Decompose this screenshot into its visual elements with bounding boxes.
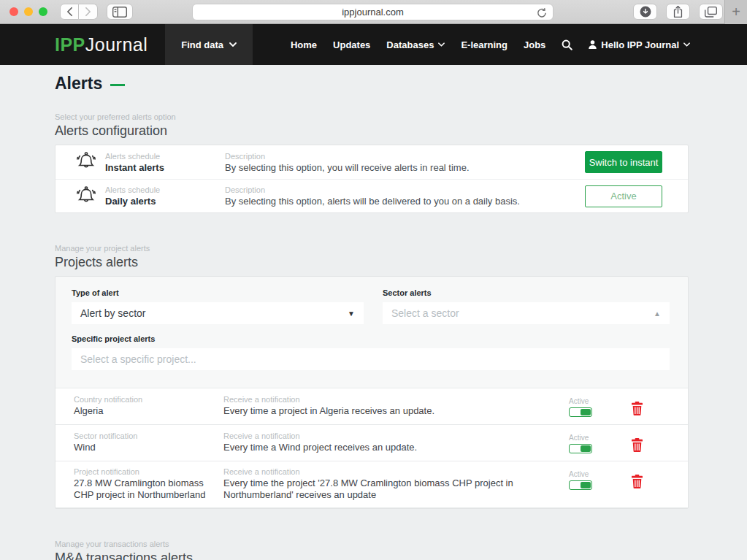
config-row-daily: Alerts schedule Daily alerts Description… <box>55 179 688 212</box>
receive-text: Every time a project in Algeria receives… <box>223 405 562 417</box>
schedule-label: Alerts schedule <box>105 152 225 161</box>
zoom-window-button[interactable] <box>39 7 47 16</box>
schedule-pair: Alerts schedule Daily alerts <box>105 185 225 207</box>
status-toggle-wrap: Active <box>569 394 620 417</box>
user-menu[interactable]: Hello IPP Journal <box>589 39 690 50</box>
active-toggle[interactable] <box>569 444 592 453</box>
window-controls <box>9 7 47 16</box>
delete-notification-button[interactable] <box>632 438 643 454</box>
receive-text: Every time a Wind project receives an up… <box>223 442 562 453</box>
type-of-alert-label: Type of alert <box>72 288 364 297</box>
status-label: Active <box>569 434 620 442</box>
site-logo[interactable]: IPPJournal <box>55 34 148 55</box>
bell-icon <box>74 149 105 175</box>
active-status-button[interactable]: Active <box>585 185 662 207</box>
receive-text: Every time the project '27.8 MW Cramling… <box>223 477 562 502</box>
description-text: By selecting this option, alerts will be… <box>225 196 585 207</box>
url-text: ippjournal.com <box>342 7 404 18</box>
specific-project-input[interactable] <box>72 348 670 370</box>
description-pair: Description By selecting this option, al… <box>225 185 585 207</box>
description-text: By selecting this option, you will recei… <box>225 162 585 173</box>
kind-value: Algeria <box>74 405 223 417</box>
schedule-name: Instant alerts <box>105 162 225 173</box>
toggle-knob <box>581 482 591 488</box>
nav-elearning-label: E-learning <box>461 39 507 50</box>
transactions-heading: M&A transactions alerts <box>55 551 689 560</box>
status-label: Active <box>569 397 620 405</box>
page-title-text: Alerts <box>55 74 102 93</box>
kind-value: 27.8 MW Cramlington biomass CHP project … <box>74 477 223 502</box>
reload-button[interactable] <box>537 7 547 21</box>
minimize-window-button[interactable] <box>24 7 33 16</box>
nav-updates-label: Updates <box>333 39 370 50</box>
notification-kind: Sector notification Wind <box>74 431 223 453</box>
config-eyebrow: Select your preferred alerts option <box>55 112 689 121</box>
forward-icon <box>85 7 91 17</box>
find-data-label: Find data <box>181 39 223 50</box>
description-label: Description <box>225 152 585 161</box>
notification-kind: Project notification 27.8 MW Cramlington… <box>74 467 223 502</box>
action-col: Active <box>585 185 688 207</box>
trash-icon <box>632 475 643 488</box>
notification-text: Receive a notification Every time a proj… <box>223 395 569 417</box>
logo-ipp: IPP <box>55 34 85 55</box>
nav-item-home[interactable]: Home <box>291 39 317 50</box>
delete-col <box>620 394 688 418</box>
title-dash <box>110 84 125 86</box>
download-icon <box>638 4 653 19</box>
description-label: Description <box>225 185 585 194</box>
nav-search-button[interactable] <box>562 39 572 50</box>
downloads-button[interactable] <box>633 4 657 20</box>
toggle-knob <box>581 445 591 452</box>
delete-col <box>620 431 688 455</box>
status-toggle-wrap: Active <box>569 431 620 453</box>
site-navbar: IPPJournal Find data Home Updates Databa… <box>0 24 747 65</box>
schedule-name: Daily alerts <box>105 196 225 207</box>
type-of-alert-select[interactable]: Alert by sector ▼ <box>72 302 364 324</box>
user-icon <box>589 40 597 49</box>
nav-home-label: Home <box>291 39 317 50</box>
back-icon <box>66 7 73 17</box>
config-row-instant: Alerts schedule Instant alerts Descripti… <box>55 145 688 179</box>
projects-form: Type of alert Alert by sector ▼ Sector a… <box>55 277 688 385</box>
switch-to-instant-button[interactable]: Switch to instant <box>585 151 662 173</box>
browser-toolbar: ippjournal.com + <box>0 0 747 24</box>
specific-project-label: Specific project alerts <box>72 334 670 343</box>
sidebar-toggle-button[interactable] <box>107 4 133 20</box>
tabs-icon <box>705 7 717 18</box>
sector-alerts-label: Sector alerts <box>383 288 670 297</box>
tab-overview-button[interactable] <box>699 4 723 20</box>
trash-icon <box>632 402 643 415</box>
receive-label: Receive a notification <box>223 395 562 404</box>
active-toggle[interactable] <box>569 407 592 417</box>
nav-item-databases[interactable]: Databases <box>386 39 445 50</box>
nav-item-elearning[interactable]: E-learning <box>461 39 507 50</box>
new-tab-button[interactable]: + <box>724 0 747 24</box>
plus-icon: + <box>732 4 740 20</box>
delete-notification-button[interactable] <box>632 475 643 491</box>
close-window-button[interactable] <box>9 7 18 16</box>
share-button[interactable] <box>666 4 690 20</box>
schedule-pair: Alerts schedule Instant alerts <box>105 152 225 173</box>
user-greeting: Hello IPP Journal <box>601 39 679 50</box>
search-icon <box>562 39 572 50</box>
sector-alerts-select[interactable]: Select a sector ▲ <box>383 302 670 324</box>
nav-item-jobs[interactable]: Jobs <box>524 39 545 50</box>
toggle-knob <box>581 409 591 415</box>
action-col: Switch to instant <box>585 151 688 173</box>
find-data-menu[interactable]: Find data <box>165 24 253 65</box>
alerts-config-card: Alerts schedule Instant alerts Descripti… <box>55 145 689 213</box>
address-bar[interactable]: ippjournal.com <box>192 4 553 20</box>
sidebar-icon <box>112 7 127 18</box>
nav-databases-label: Databases <box>386 39 434 50</box>
notification-kind: Country notification Algeria <box>74 395 223 417</box>
active-toggle[interactable] <box>569 480 592 490</box>
delete-notification-button[interactable] <box>632 402 643 418</box>
forward-button[interactable] <box>79 4 98 20</box>
config-heading: Alerts configuration <box>55 123 689 139</box>
chevron-down-icon <box>229 42 237 47</box>
notification-list: Country notification Algeria Receive a n… <box>55 388 688 508</box>
nav-item-updates[interactable]: Updates <box>333 39 370 50</box>
back-button[interactable] <box>60 4 79 20</box>
projects-alerts-card: Type of alert Alert by sector ▼ Sector a… <box>55 276 689 509</box>
